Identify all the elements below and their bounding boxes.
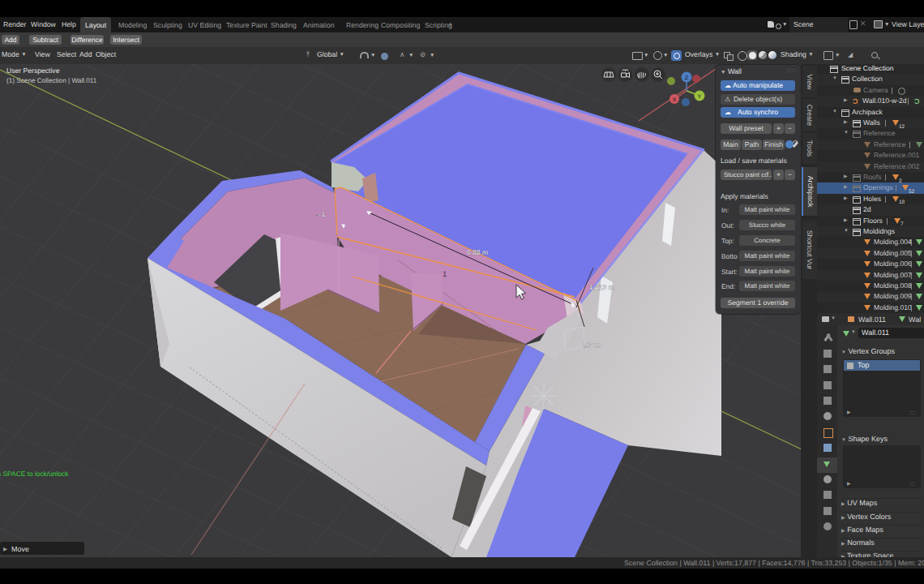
svg-text:Z: Z <box>685 75 688 81</box>
svg-text:s SPACE to lock/unlock: s SPACE to lock/unlock <box>0 470 69 478</box>
svg-text:(1) Scene Collection | Wall.01: (1) Scene Collection | Wall.011 <box>6 77 97 84</box>
svg-text:→1: →1 <box>314 210 326 218</box>
svg-text:Y: Y <box>698 94 702 100</box>
svg-text:1.413 m: 1.413 m <box>589 283 614 291</box>
svg-text:6.88 m: 6.88 m <box>467 248 488 256</box>
svg-text:▶: ▶ <box>3 547 7 552</box>
svg-text:Move: Move <box>11 545 29 553</box>
svg-text:0.3 m: 0.3 m <box>583 341 600 349</box>
svg-text:1: 1 <box>443 270 447 279</box>
svg-text:X: X <box>673 97 677 103</box>
svg-text:User Perspective: User Perspective <box>6 67 60 75</box>
